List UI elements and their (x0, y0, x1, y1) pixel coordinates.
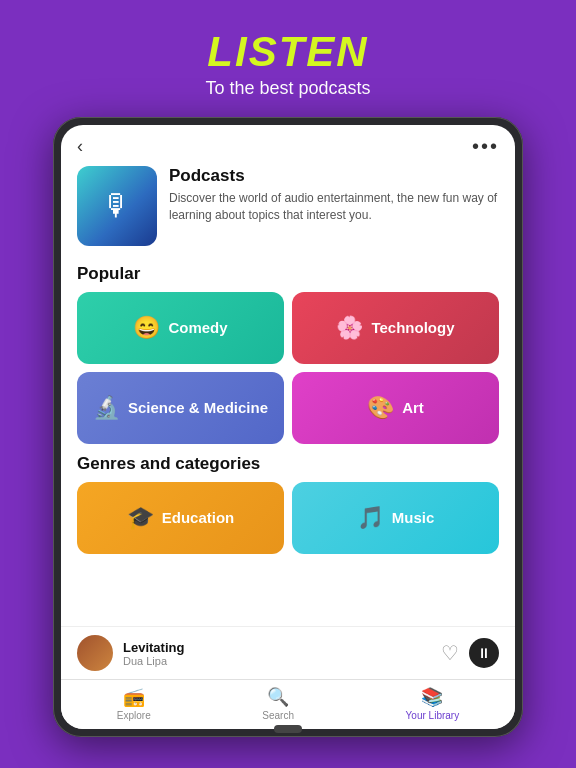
music-label: Music (392, 509, 435, 527)
mic-icon: 🎙 (102, 189, 132, 223)
technology-label: Technology (371, 319, 454, 337)
art-card[interactable]: 🎨 Art (292, 372, 499, 444)
education-card[interactable]: 🎓 Education (77, 482, 284, 554)
header-section: LISTEN To the best podcasts (205, 0, 370, 99)
home-button[interactable] (274, 725, 302, 733)
search-icon: 🔍 (267, 686, 289, 708)
explore-icon: 📻 (123, 686, 145, 708)
technology-card[interactable]: 🌸 Technology (292, 292, 499, 364)
technology-icon: 🌸 (336, 315, 363, 341)
app-bar: ‹ ••• (61, 125, 515, 162)
podcast-title: Podcasts (169, 166, 499, 186)
now-playing-controls: ♡ ⏸ (441, 638, 499, 668)
tab-library[interactable]: 📚 Your Library (406, 686, 460, 721)
science-card[interactable]: 🔬 Science & Medicine (77, 372, 284, 444)
science-icon: 🔬 (93, 395, 120, 421)
science-label: Science & Medicine (128, 399, 268, 417)
now-playing-bar: Levitating Dua Lipa ♡ ⏸ (61, 626, 515, 679)
back-button[interactable]: ‹ (77, 136, 83, 157)
genres-section-title: Genres and categories (61, 448, 515, 482)
genres-grid: 🎓 Education 🎵 Music (61, 482, 515, 554)
tab-bar: 📻 Explore 🔍 Search 📚 Your Library (61, 679, 515, 729)
now-playing-avatar (77, 635, 113, 671)
now-playing-info: Levitating Dua Lipa (113, 640, 441, 667)
podcast-header: 🎙 Podcasts Discover the world of audio e… (61, 162, 515, 258)
podcast-description: Discover the world of audio entertainmen… (169, 190, 499, 224)
tablet-frame: ‹ ••• 🎙 Podcasts Discover the world of a… (53, 117, 523, 737)
library-label: Your Library (406, 710, 460, 721)
art-icon: 🎨 (367, 395, 394, 421)
pause-button[interactable]: ⏸ (469, 638, 499, 668)
comedy-label: Comedy (168, 319, 227, 337)
library-icon: 📚 (421, 686, 443, 708)
comedy-icon: 😄 (133, 315, 160, 341)
more-button[interactable]: ••• (472, 135, 499, 158)
education-label: Education (162, 509, 235, 527)
header-title: LISTEN (205, 28, 370, 76)
comedy-card[interactable]: 😄 Comedy (77, 292, 284, 364)
popular-section-title: Popular (61, 258, 515, 292)
popular-grid: 😄 Comedy 🌸 Technology 🔬 Science & Medici… (61, 292, 515, 444)
music-icon: 🎵 (357, 505, 384, 531)
podcast-thumbnail: 🎙 (77, 166, 157, 246)
heart-button[interactable]: ♡ (441, 641, 459, 665)
music-card[interactable]: 🎵 Music (292, 482, 499, 554)
tab-search[interactable]: 🔍 Search (262, 686, 294, 721)
education-icon: 🎓 (127, 505, 154, 531)
explore-label: Explore (117, 710, 151, 721)
search-label: Search (262, 710, 294, 721)
tablet-screen: ‹ ••• 🎙 Podcasts Discover the world of a… (61, 125, 515, 729)
art-label: Art (402, 399, 424, 417)
header-subtitle: To the best podcasts (205, 78, 370, 99)
podcast-info: Podcasts Discover the world of audio ent… (169, 166, 499, 224)
now-playing-artist: Dua Lipa (123, 655, 441, 667)
now-playing-song: Levitating (123, 640, 441, 655)
tab-explore[interactable]: 📻 Explore (117, 686, 151, 721)
